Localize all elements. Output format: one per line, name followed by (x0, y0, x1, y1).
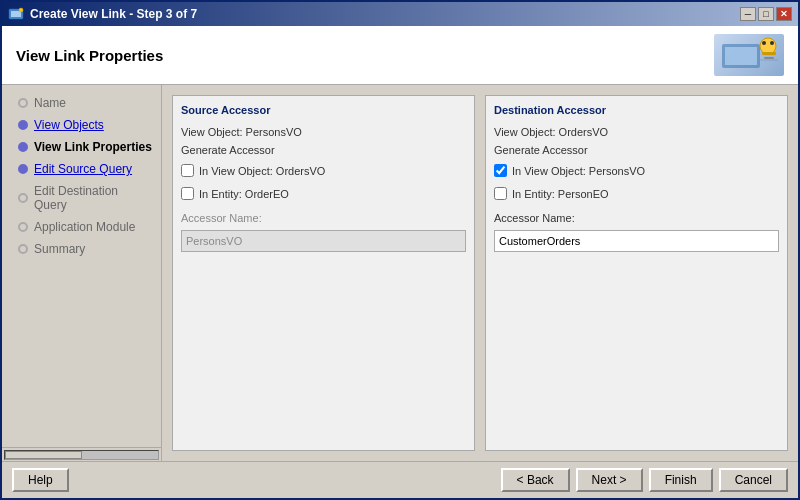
dest-panel-title: Destination Accessor (494, 104, 779, 116)
sidebar-item-application-module: Application Module (2, 217, 161, 237)
sidebar-label-name: Name (34, 96, 66, 110)
sidebar-dot-esq (18, 164, 28, 174)
footer: Help < Back Next > Finish Cancel (2, 461, 798, 498)
source-checkbox-2[interactable] (181, 187, 194, 200)
sidebar-scrollbar-thumb (5, 451, 82, 459)
sidebar-label-esq: Edit Source Query (34, 162, 132, 176)
sidebar-item-view-objects[interactable]: View Objects (2, 115, 161, 135)
window-title: Create View Link - Step 3 of 7 (30, 7, 197, 21)
dest-generate-accessor-label: Generate Accessor (494, 144, 779, 156)
main-content: Name View Objects View Link Properties E… (2, 85, 798, 461)
svg-rect-1 (11, 11, 21, 17)
back-button[interactable]: < Back (501, 468, 570, 492)
title-bar-buttons: ─ □ ✕ (740, 7, 792, 21)
window-icon (8, 6, 24, 22)
main-window: Create View Link - Step 3 of 7 ─ □ ✕ Vie… (0, 0, 800, 500)
sidebar-item-edit-source-query[interactable]: Edit Source Query (2, 159, 161, 179)
sidebar-dot-vlp (18, 142, 28, 152)
panels-row: Source Accessor View Object: PersonsVO G… (172, 95, 788, 451)
sidebar-item-edit-destination-query: Edit Destination Query (2, 181, 161, 215)
source-checkbox-row-2: In Entity: OrderEO (181, 185, 466, 202)
source-accessor-name-label: Accessor Name: (181, 212, 466, 224)
svg-rect-4 (725, 47, 757, 65)
svg-point-2 (19, 8, 23, 12)
svg-rect-7 (764, 57, 774, 59)
close-button[interactable]: ✕ (776, 7, 792, 21)
sidebar-item-name: Name (2, 93, 161, 113)
sidebar-scroll-area: Name View Objects View Link Properties E… (2, 85, 162, 461)
source-generate-accessor-label: Generate Accessor (181, 144, 466, 156)
dest-checkbox-2[interactable] (494, 187, 507, 200)
svg-point-8 (762, 41, 766, 45)
sidebar-label-vlp: View Link Properties (34, 140, 152, 154)
dest-checkbox-row-1: In View Object: PersonsVO (494, 162, 779, 179)
cancel-button[interactable]: Cancel (719, 468, 788, 492)
svg-point-5 (760, 38, 776, 54)
minimize-button[interactable]: ─ (740, 7, 756, 21)
sidebar-item-summary: Summary (2, 239, 161, 259)
sidebar-scrollbar-track (4, 450, 159, 460)
svg-rect-6 (762, 52, 776, 55)
page-title: View Link Properties (16, 47, 163, 64)
sidebar-dot-name (18, 98, 28, 108)
next-button[interactable]: Next > (576, 468, 643, 492)
source-checkbox-row-1: In View Object: OrdersVO (181, 162, 466, 179)
source-checkbox-1[interactable] (181, 164, 194, 177)
dest-checkbox-row-2: In Entity: PersonEO (494, 185, 779, 202)
dest-checkbox-1[interactable] (494, 164, 507, 177)
dest-accessor-name-input[interactable] (494, 230, 779, 252)
footer-right: < Back Next > Finish Cancel (501, 468, 788, 492)
svg-point-9 (770, 41, 774, 45)
source-panel-title: Source Accessor (181, 104, 466, 116)
source-checkbox-label-1: In View Object: OrdersVO (199, 165, 325, 177)
maximize-button[interactable]: □ (758, 7, 774, 21)
sidebar-dot-view-objects (18, 120, 28, 130)
footer-left: Help (12, 468, 69, 492)
sidebar: Name View Objects View Link Properties E… (2, 85, 161, 447)
sidebar-dot-edq (18, 193, 28, 203)
source-accessor-panel: Source Accessor View Object: PersonsVO G… (172, 95, 475, 451)
title-bar: Create View Link - Step 3 of 7 ─ □ ✕ (2, 2, 798, 26)
dest-accessor-name-label: Accessor Name: (494, 212, 779, 224)
sidebar-label-view-objects: View Objects (34, 118, 104, 132)
destination-accessor-panel: Destination Accessor View Object: Orders… (485, 95, 788, 451)
sidebar-label-edq: Edit Destination Query (34, 184, 153, 212)
title-bar-left: Create View Link - Step 3 of 7 (8, 6, 197, 22)
header-decorative-icon (720, 36, 780, 72)
help-button[interactable]: Help (12, 468, 69, 492)
finish-button[interactable]: Finish (649, 468, 713, 492)
sidebar-item-view-link-properties: View Link Properties (2, 137, 161, 157)
dest-checkbox-label-1: In View Object: PersonsVO (512, 165, 645, 177)
dest-view-object-label: View Object: OrdersVO (494, 126, 779, 138)
dest-checkbox-label-2: In Entity: PersonEO (512, 188, 609, 200)
content-area: Source Accessor View Object: PersonsVO G… (162, 85, 798, 461)
sidebar-dot-am (18, 222, 28, 232)
sidebar-scrollbar[interactable] (2, 447, 161, 461)
source-view-object-label: View Object: PersonsVO (181, 126, 466, 138)
source-accessor-name-input[interactable] (181, 230, 466, 252)
source-checkbox-label-2: In Entity: OrderEO (199, 188, 289, 200)
header-icon-area (714, 34, 784, 76)
sidebar-dot-summary (18, 244, 28, 254)
page-header: View Link Properties (2, 26, 798, 85)
sidebar-label-am: Application Module (34, 220, 135, 234)
sidebar-label-summary: Summary (34, 242, 85, 256)
